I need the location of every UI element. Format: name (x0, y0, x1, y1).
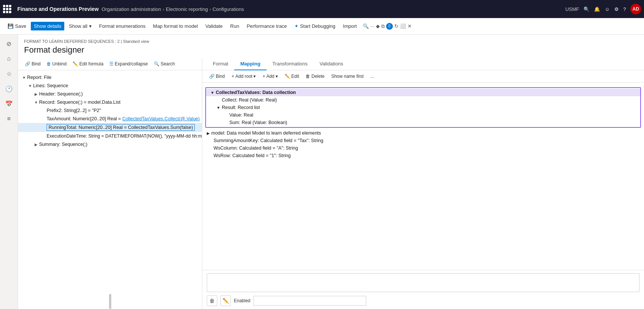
ds-node-wsrow[interactable]: WsRow: Calculated field = "1": String (202, 152, 644, 159)
right-delete-button[interactable]: 🗑 Delete (303, 73, 327, 80)
top-navigation: Finance and Operations Preview Organizat… (0, 0, 644, 18)
add-root-button[interactable]: + Add root ▾ (229, 73, 258, 80)
format-enumerations-button[interactable]: Format enumerations (96, 22, 149, 30)
toggle-record[interactable]: ▼ (33, 99, 39, 105)
expand-collapse-button[interactable]: ☰ Expand/collapse (107, 60, 150, 68)
cmd-maximize-icon[interactable]: ⬜ (400, 23, 406, 29)
right-bind-button[interactable]: 🔗 Bind (207, 73, 227, 80)
toggle-runningtotal[interactable] (41, 124, 47, 130)
add-button[interactable]: + Add ▾ (260, 73, 280, 80)
show-all-chevron-icon: ▾ (89, 23, 92, 29)
run-button[interactable]: Run (227, 22, 242, 30)
smiley-icon[interactable]: ☺ (605, 6, 609, 12)
help-icon[interactable]: ? (623, 6, 626, 12)
bell-icon[interactable]: 🔔 (594, 6, 600, 12)
gear-icon[interactable]: ⚙ (614, 6, 619, 12)
designer-area: 🔗 Bind 🗑 Unbind ✏️ Edit formula ☰ Expand… (18, 58, 644, 309)
user-avatar[interactable]: AD (630, 4, 641, 14)
sidebar-clock-icon[interactable]: 🕐 (3, 83, 15, 95)
validate-button[interactable]: Validate (202, 22, 226, 30)
edit-formula-button[interactable]: ✏️ Edit formula (70, 60, 106, 68)
search-icon[interactable]: 🔍 (583, 6, 589, 12)
cmd-search-icon[interactable]: 🔍 (363, 23, 369, 29)
show-details-button[interactable]: Show details (31, 22, 65, 30)
sidebar-home-icon[interactable]: ⌂ (3, 53, 15, 65)
ds-node-value[interactable]: Value: Real (206, 111, 640, 119)
toggle-summary[interactable]: ▶ (33, 141, 39, 147)
tab-format[interactable]: Format (207, 58, 234, 70)
toggle-result[interactable]: ▼ (217, 106, 220, 110)
sidebar-star-icon[interactable]: ☆ (3, 68, 15, 80)
toggle-model[interactable]: ▶ (207, 131, 210, 135)
toggle-taxamount[interactable] (41, 116, 47, 122)
show-name-first-button[interactable]: Show name first (329, 73, 366, 80)
more-button[interactable]: ... (368, 73, 376, 80)
sidebar-list-icon[interactable]: ≡ (3, 113, 15, 125)
datasource-tree: ▼ CollectedTaxValues: Data collection Co… (202, 83, 644, 270)
right-tabs: Format Mapping Transformations Validatio… (202, 58, 644, 70)
breadcrumb-config[interactable]: Configurations (212, 6, 244, 12)
resize-handle[interactable] (109, 294, 111, 309)
sidebar-calendar-icon[interactable]: 📅 (3, 98, 15, 110)
breadcrumb-er[interactable]: Electronic reporting (166, 6, 208, 12)
tree-node-prefix2[interactable]: Prefix2: String[2..2] = "P2" (18, 106, 202, 115)
toggle-execution[interactable] (41, 133, 47, 139)
toggle-collected[interactable]: ▼ (211, 91, 214, 95)
tab-validations[interactable]: Validations (314, 58, 349, 70)
ds-node-result[interactable]: ▼ Result: Record list (206, 104, 640, 111)
breadcrumb-chevron-1: › (163, 6, 164, 12)
search-button[interactable]: 🔍 Search (152, 60, 177, 68)
tree-node-lines[interactable]: ▼ Lines: Sequence (18, 82, 202, 90)
cmd-copy-icon[interactable]: ⧉ (381, 23, 385, 29)
cmd-refresh-icon[interactable]: ↻ (394, 23, 399, 29)
breadcrumb-org[interactable]: Organization administration (102, 6, 161, 12)
tree-node-summary[interactable]: ▶ Summary: Sequence(;) (18, 140, 202, 148)
region-label: USMF (565, 6, 579, 12)
ds-node-wscolumn[interactable]: WsColumn: Calculated field = "A": String (202, 144, 644, 152)
ds-node-collect[interactable]: Collect: Real (Value: Real) (206, 96, 640, 104)
sidebar-filter-icon[interactable]: ⊘ (3, 38, 15, 50)
show-all-button[interactable]: Show all ▾ (66, 22, 94, 30)
add-icon: + (262, 74, 265, 79)
bind-button[interactable]: 🔗 Bind (23, 60, 43, 68)
tree-node-execution[interactable]: ExecutionDateTime: String = DATETIMEFORM… (18, 132, 202, 140)
ds-node-sum[interactable]: Sum: Real (Value: Boolean) (206, 119, 640, 126)
ds-node-summingkey[interactable]: SummingAmountKey: Calculated field = "Ta… (202, 137, 644, 144)
content-area: FORMAT TO LEARN DEFERRED SEQUENCES : 2 |… (18, 35, 644, 309)
cmd-close-icon[interactable]: ✕ (408, 23, 412, 29)
tree-node-runningtotal[interactable]: RunningTotal: Numeric[20..20] Real = Col… (18, 123, 202, 132)
breadcrumb-chevron-2: › (209, 6, 211, 12)
import-button[interactable]: Import (340, 22, 360, 30)
ds-node-model[interactable]: ▶ model: Data model Model to learn defer… (202, 129, 644, 137)
debug-icon: ✦ (294, 23, 299, 29)
save-button[interactable]: 💾 Save (5, 22, 29, 30)
unbind-button[interactable]: 🗑 Unbind (44, 60, 69, 68)
formula-area: 🗑 ✏️ Enabled (202, 270, 644, 309)
formula-input[interactable] (207, 273, 639, 292)
cmd-more-icon[interactable]: ··· (370, 23, 374, 29)
performance-trace-button[interactable]: Performance trace (244, 22, 290, 30)
enabled-input[interactable] (253, 296, 366, 306)
tree-node-taxamount[interactable]: TaxAmount: Numeric[20..20] Real = Collec… (18, 115, 202, 123)
tab-mapping[interactable]: Mapping (234, 58, 266, 70)
right-delete-icon: 🗑 (306, 74, 310, 79)
tree-node-record[interactable]: ▼ Record: Sequence(;) = model.Data.List (18, 98, 202, 106)
right-panel: Format Mapping Transformations Validatio… (202, 58, 644, 309)
tab-transformations[interactable]: Transformations (267, 58, 314, 70)
toggle-report[interactable]: ▼ (21, 74, 27, 80)
tree-node-header[interactable]: ▶ Header: Sequence(;) (18, 90, 202, 98)
cmd-diamond-icon[interactable]: ◆ (376, 23, 380, 29)
add-root-icon: + (232, 74, 234, 79)
app-grid-icon[interactable] (3, 5, 11, 13)
toggle-lines[interactable]: ▼ (27, 83, 33, 89)
map-format-button[interactable]: Map format to model (150, 22, 201, 30)
toggle-header[interactable]: ▶ (33, 91, 39, 97)
tree-node-report[interactable]: ▼ Report: File (18, 73, 202, 82)
right-edit-button[interactable]: ✏️ Edit (282, 73, 302, 80)
page-breadcrumb: FORMAT TO LEARN DEFERRED SEQUENCES : 2 |… (24, 39, 638, 44)
ds-node-collected[interactable]: ▼ CollectedTaxValues: Data collection (206, 89, 640, 96)
formula-edit-button[interactable]: ✏️ (220, 295, 231, 306)
toggle-prefix2[interactable] (41, 108, 47, 114)
formula-delete-button[interactable]: 🗑 (207, 295, 217, 306)
start-debugging-button[interactable]: ✦ Start Debugging (291, 22, 338, 30)
